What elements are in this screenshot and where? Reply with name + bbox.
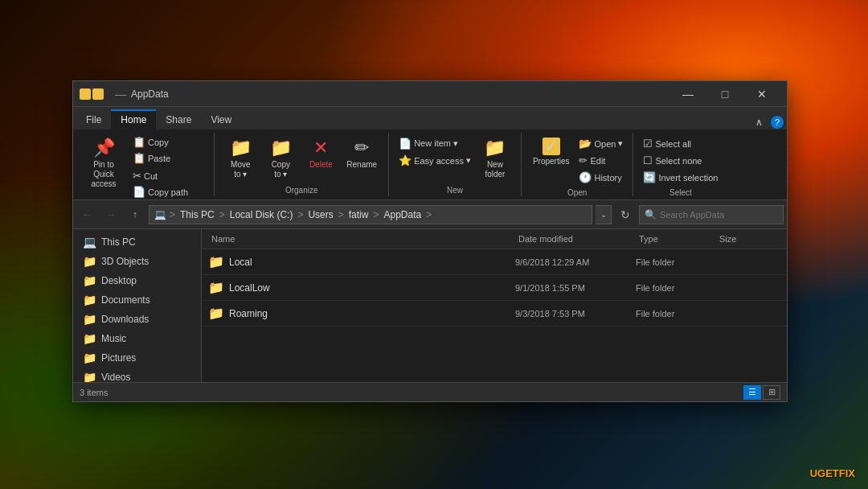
history-button[interactable]: 🕐 History — [575, 170, 626, 185]
sidebar-videos-label: Videos — [101, 372, 130, 382]
open-col: 📂 Open ▾ ✏ Edit 🕐 History — [575, 134, 626, 187]
path-local-disk[interactable]: Local Disk (C:) — [228, 209, 295, 220]
copy-label: Copy — [148, 138, 169, 147]
open-content: ✓ Properties 📂 Open ▾ ✏ Edit 🕐 — [528, 134, 627, 187]
copy-button[interactable]: 📋 Copy — [129, 134, 207, 150]
pin-label: Pin to Quick access — [84, 160, 123, 189]
minimize-button[interactable]: — — [669, 81, 706, 107]
rename-icon: ✏ — [354, 138, 369, 158]
cut-button[interactable]: ✂ Cut — [129, 168, 207, 183]
copy-to-button[interactable]: 📁 Copyto ▾ — [261, 134, 300, 183]
file-row-roaming[interactable]: 📁 Roaming 9/3/2018 7:53 PM File folder — [202, 301, 787, 327]
large-icons-view-button[interactable]: ⊞ — [763, 385, 780, 400]
maximize-button[interactable]: □ — [706, 81, 743, 107]
select-none-label: Select none — [655, 156, 702, 166]
refresh-button[interactable]: ↻ — [615, 205, 636, 224]
edit-button[interactable]: ✏ Edit — [575, 153, 626, 168]
sidebar-music-label: Music — [101, 333, 126, 344]
file-row-local[interactable]: 📁 Local 9/6/2018 12:29 AM File folder — [202, 249, 787, 275]
open-button[interactable]: 📂 Open ▾ — [575, 136, 626, 151]
path-users[interactable]: Users — [306, 209, 334, 220]
delete-label: Delete — [309, 160, 333, 170]
tab-share[interactable]: Share — [156, 111, 201, 129]
rename-button[interactable]: ✏ Rename — [342, 134, 382, 173]
ribbon-help-button[interactable]: ? — [771, 116, 784, 129]
documents-icon: 📁 — [83, 294, 96, 306]
header-name[interactable]: Name — [208, 232, 515, 245]
title-icon-2 — [92, 88, 104, 100]
organize-group-label: Organize — [285, 186, 318, 195]
file-name-local: Local — [229, 257, 515, 268]
file-type-roaming: File folder — [636, 309, 716, 318]
ribbon-group-new: 📄 New item ▾ ⭐ Easy access ▾ 📁 Newfolder… — [389, 133, 522, 196]
new-folder-button[interactable]: 📁 Newfolder — [476, 134, 514, 183]
sidebar-item-pictures[interactable]: 📁 Pictures — [73, 348, 201, 368]
copy-to-label: Copyto ▾ — [272, 160, 290, 179]
ribbon-group-organize: 📁 Moveto ▾ 📁 Copyto ▾ ✕ Delete ✏ Rename … — [215, 133, 389, 196]
tab-home[interactable]: Home — [111, 109, 156, 129]
path-this-pc[interactable]: This PC — [178, 209, 216, 220]
properties-button[interactable]: ✓ Properties — [528, 134, 575, 170]
sidebar-item-documents[interactable]: 📁 Documents — [73, 290, 201, 310]
move-to-icon: 📁 — [230, 138, 252, 158]
sidebar-item-desktop[interactable]: 📁 Desktop — [73, 271, 201, 290]
search-icon: 🔍 — [645, 209, 657, 220]
paste-button[interactable]: 📋 Paste — [129, 150, 207, 166]
search-input[interactable] — [660, 210, 778, 220]
videos-icon: 📁 — [83, 371, 96, 382]
address-dropdown[interactable]: ⌄ — [596, 205, 612, 224]
sidebar-3d-label: 3D Objects — [101, 256, 149, 267]
file-list: Name Date modified Type Size 📁 Local 9/6… — [202, 229, 787, 382]
move-to-button[interactable]: 📁 Moveto ▾ — [221, 134, 260, 183]
new-folder-label: Newfolder — [485, 160, 505, 179]
file-list-header: Name Date modified Type Size — [202, 229, 787, 249]
pin-to-quick-access-button[interactable]: 📌 Pin to Quick access — [80, 134, 128, 192]
header-date[interactable]: Date modified — [515, 232, 636, 245]
window-title: AppData — [131, 88, 669, 100]
tab-view[interactable]: View — [201, 111, 241, 129]
sidebar-item-downloads[interactable]: 📁 Downloads — [73, 310, 201, 329]
edit-icon: ✏ — [579, 154, 588, 166]
header-size[interactable]: Size — [716, 232, 780, 245]
music-icon: 📁 — [83, 332, 96, 345]
address-path[interactable]: 💻 > This PC > Local Disk (C:) > Users > … — [149, 205, 592, 224]
new-item-icon: 📄 — [399, 138, 411, 150]
sidebar-item-3d-objects[interactable]: 📁 3D Objects — [73, 252, 201, 271]
watermark-suffix: FIX — [839, 467, 855, 479]
select-group-label: Select — [669, 188, 692, 197]
file-date-roaming: 9/3/2018 7:53 PM — [515, 309, 636, 318]
ribbon-group-open: ✓ Properties 📂 Open ▾ ✏ Edit 🕐 — [522, 133, 634, 196]
select-all-button[interactable]: ☑ Select all — [640, 136, 721, 151]
ribbon-tabs: File Home Share View ∧ ? — [73, 107, 787, 129]
move-to-label: Moveto ▾ — [231, 160, 250, 179]
new-folder-icon: 📁 — [484, 138, 506, 158]
search-box[interactable]: 🔍 — [639, 205, 784, 224]
pin-icon: 📌 — [93, 138, 115, 158]
ribbon-group-select: ☑ Select all ☐ Select none 🔄 Invert sele… — [633, 133, 727, 196]
up-button[interactable]: ↑ — [125, 205, 145, 224]
rename-label: Rename — [346, 160, 377, 170]
path-appdata[interactable]: AppData — [382, 209, 423, 220]
invert-selection-button[interactable]: 🔄 Invert selection — [640, 170, 721, 185]
ribbon-collapse-chevron[interactable]: ∧ — [751, 115, 768, 129]
new-item-button[interactable]: 📄 New item ▾ — [395, 136, 474, 151]
sidebar-item-videos[interactable]: 📁 Videos — [73, 368, 201, 382]
sidebar-item-this-pc[interactable]: 💻 This PC — [73, 232, 201, 252]
select-none-button[interactable]: ☐ Select none — [640, 153, 721, 168]
title-icon-1 — [80, 88, 91, 100]
header-type[interactable]: Type — [636, 232, 716, 245]
path-fatiw[interactable]: fatiw — [347, 209, 371, 220]
sidebar-item-music[interactable]: 📁 Music — [73, 329, 201, 348]
details-view-button[interactable]: ☰ — [743, 385, 761, 400]
file-name-locallow: LocalLow — [229, 282, 515, 294]
delete-button[interactable]: ✕ Delete — [301, 134, 340, 173]
file-name-roaming: Roaming — [229, 308, 515, 319]
new-group-label: New — [447, 186, 463, 195]
easy-access-button[interactable]: ⭐ Easy access ▾ — [395, 153, 474, 168]
file-row-locallow[interactable]: 📁 LocalLow 9/1/2018 1:55 PM File folder — [202, 275, 787, 301]
back-button[interactable]: ← — [76, 205, 97, 224]
copy-path-button[interactable]: 📄 Copy path — [129, 184, 207, 199]
forward-button[interactable]: → — [100, 205, 121, 224]
close-button[interactable]: ✕ — [743, 81, 780, 107]
tab-file[interactable]: File — [76, 111, 111, 129]
